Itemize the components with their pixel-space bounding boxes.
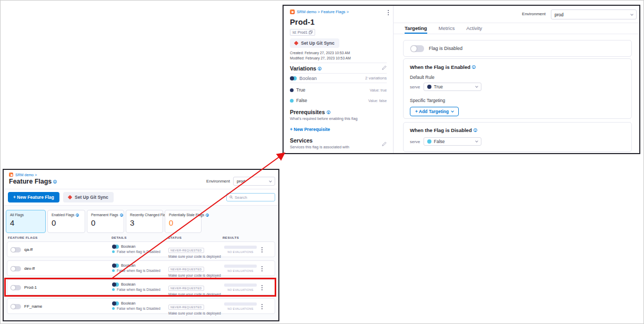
variation-type-label: Boolean [299,76,317,81]
variation-name: False [296,98,307,103]
column-header-status: STATUS [168,236,182,239]
stat-value: 3 [130,218,159,227]
variation-sub-label: False when flag is Disabled [117,250,160,254]
when-enabled-card: When the Flag is Enabled Default Rule se… [403,58,632,119]
breadcrumb[interactable]: SRM demo > Feature Flags > [290,9,349,14]
created-timestamp: Created: February 27, 2023 10:53 AM [290,51,350,55]
info-icon[interactable] [474,128,477,132]
srm-module-icon [9,173,13,177]
page-title: Feature Flags [9,178,57,185]
serve-variation-select[interactable]: True [424,83,481,91]
environment-select[interactable]: prod [551,9,637,19]
info-icon[interactable] [327,110,330,114]
tab-targeting[interactable]: Targeting [405,25,427,34]
kebab-menu-icon[interactable] [260,265,264,273]
boolean-variation-icon [290,76,297,80]
variation-name: True [296,87,305,93]
stat-card-all-flags[interactable]: All Flags 4 [6,210,46,233]
results-cell: NO EVALUATIONS [222,302,259,310]
serve-value: False [434,139,445,144]
flag-detail-panel: SRM demo > Feature Flags > Prod-1 Id: Pr… [283,5,640,154]
table-row[interactable]: dev-ff Boolean False when flag is Disabl… [7,260,275,276]
new-feature-flag-button[interactable]: + New Feature Flag [8,192,59,202]
when-disabled-card: When the Flag is Disabled serve False [403,122,632,152]
flag-id-label: Id: Prod1 [293,31,307,34]
flag-enabled-toggle[interactable] [410,45,424,52]
disabled-serve-row: serve False [410,137,625,146]
serve-value: True [434,84,443,89]
tab-activity[interactable]: Activity [466,25,482,34]
info-icon[interactable] [318,67,321,70]
flag-toggle[interactable] [11,247,21,252]
status-sub-label: Make sure your code is deployed [168,255,221,258]
results-sub-label: NO EVALUATIONS [222,250,259,254]
kebab-menu-icon[interactable] [260,302,264,311]
search-input[interactable] [235,195,272,200]
false-variation-dot [112,288,115,291]
stat-card-potentially-stale-flags[interactable]: Potentially Stale Flags 0 [165,210,202,233]
new-prerequisite-link[interactable]: + New Prerequisite [290,127,330,132]
breadcrumb[interactable]: SRM demo > [9,173,37,177]
serve-label: serve [410,85,420,89]
stat-card-permanent-flags[interactable]: Permanent Flags 0 [87,210,124,233]
environment-label: Environment [206,179,230,184]
true-variation-dot [290,88,294,92]
kebab-menu-icon[interactable] [260,284,264,292]
table-row[interactable]: FF_name Boolean False when flag is Disab… [7,298,275,314]
edit-variations-icon[interactable] [382,65,387,70]
false-variation-dot [112,269,115,272]
git-sync-icon [68,195,72,199]
false-variation-dot [112,250,115,253]
environment-value: prod [237,179,245,184]
when-enabled-heading: When the Flag is Enabled [410,64,625,70]
setup-git-sync-button[interactable]: Set Up Git Sync [63,192,114,202]
results-sub-label: NO EVALUATIONS [222,307,259,310]
results-cell: NO EVALUATIONS [222,265,259,272]
prerequisites-description: What's required before enabling this fla… [290,116,357,121]
search-box [226,193,275,201]
results-bar [224,265,257,268]
environment-select[interactable]: prod [233,177,275,186]
tab-metrics[interactable]: Metrics [439,25,455,34]
info-icon[interactable] [53,180,57,184]
git-sync-label: Set Up Git Sync [75,195,108,200]
serve-variation-select[interactable]: False [424,137,481,146]
environment-label: Environment [522,12,546,16]
variation-type-label: Boolean [121,244,136,249]
info-icon[interactable] [76,214,79,217]
table-row-prod-1[interactable]: Prod-1 Boolean False when flag is Disabl… [7,279,275,295]
flag-id-chip[interactable]: Id: Prod1 [290,29,315,36]
divider [4,189,278,189]
info-icon[interactable] [120,214,123,217]
stat-card-recently-changed-flags[interactable]: Recently Changed Flags 3 [126,210,163,233]
breadcrumb-label: SRM demo > [15,173,37,177]
false-variation-dot [112,307,115,310]
flag-toggle[interactable] [11,285,21,290]
flag-toggle[interactable] [11,304,21,309]
kebab-menu-icon[interactable] [260,246,264,254]
info-icon[interactable] [206,214,209,217]
results-cell: NO EVALUATIONS [222,246,259,254]
detail-tabs: Targeting Metrics Activity [394,23,639,34]
edit-services-icon[interactable] [382,141,387,146]
results-bar [224,284,257,287]
details-cell: Boolean False when flag is Disabled [112,263,160,272]
add-targeting-button[interactable]: + Add Targeting [410,107,459,116]
screenshot-canvas: SRM demo > Feature Flags > Prod-1 Id: Pr… [0,0,644,324]
status-sub-label: Make sure your code is deployed [168,292,221,296]
setup-git-sync-button[interactable]: Set Up Git Sync [290,38,339,48]
kebab-menu-icon[interactable] [386,8,390,17]
stat-card-enabled-flags[interactable]: Enabled Flags 0 [47,210,85,233]
flag-toggle[interactable] [11,266,21,271]
flag-name: qa-ff [24,247,33,252]
breadcrumb-label: SRM demo > Feature Flags > [297,9,349,14]
results-sub-label: NO EVALUATIONS [222,269,259,272]
column-header-feature-flags: FEATURE FLAGS [8,236,38,239]
status-cell: NEVER-REQUESTED Make sure your code is d… [168,282,221,296]
info-icon[interactable] [472,65,476,69]
copy-icon[interactable] [309,31,313,34]
table-row[interactable]: qa-ff Boolean False when flag is Disable… [7,241,275,257]
status-cell: NEVER-REQUESTED Make sure your code is d… [168,244,221,258]
when-disabled-heading: When the Flag is Disabled [410,127,625,133]
feature-flags-list-panel: SRM demo > Feature Flags Environment pro… [3,169,279,321]
